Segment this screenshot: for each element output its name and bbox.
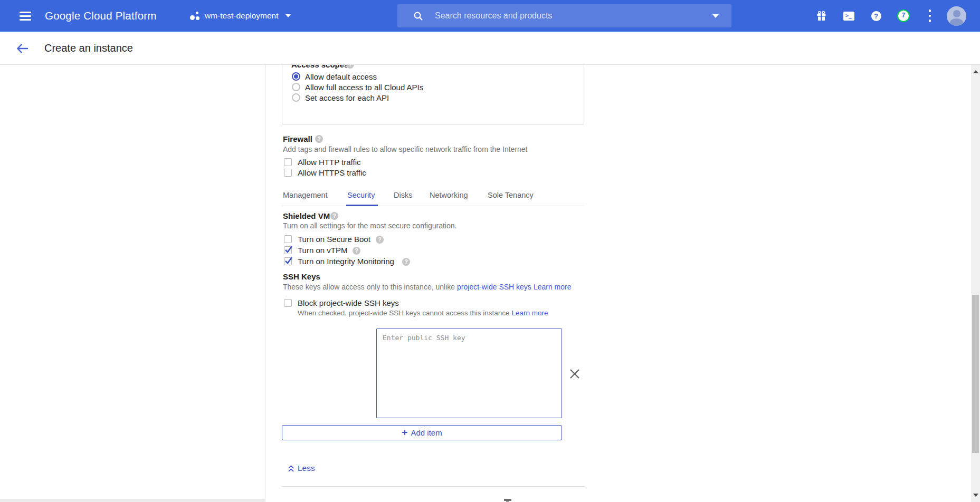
project-wide-ssh-keys-link[interactable]: project-wide SSH keys	[457, 283, 531, 291]
notifications-button[interactable]: 7	[895, 0, 912, 32]
less-label: Less	[298, 464, 315, 473]
search-input[interactable]	[435, 11, 712, 21]
block-ssh-note: When checked, project-wide SSH keys cann…	[298, 309, 548, 317]
checkmark-icon	[284, 256, 293, 265]
firewall-help-icon[interactable]	[315, 135, 323, 143]
checkbox-block-project-wide-ssh[interactable]	[284, 299, 292, 307]
active-tab-underline	[346, 205, 378, 206]
tab-security[interactable]: Security	[347, 191, 375, 199]
project-selector[interactable]: wm-test-deployment	[190, 7, 291, 24]
checkbox-integrity-monitoring[interactable]	[284, 257, 292, 265]
shielded-vm-description: Turn on all settings for the most secure…	[283, 221, 456, 230]
remove-ssh-key-button[interactable]	[568, 368, 581, 380]
block-ssh-learn-more-link[interactable]: Learn more	[511, 309, 548, 317]
tab-management[interactable]: Management	[283, 191, 328, 199]
add-item-label: Add item	[411, 428, 442, 437]
integrity-monitoring-help-icon[interactable]	[402, 258, 410, 266]
add-item-button[interactable]: Add item	[282, 425, 562, 440]
ssh-keys-description: These keys allow access only to this ins…	[283, 283, 571, 291]
cloud-shell-icon	[843, 12, 854, 21]
tab-disks[interactable]: Disks	[394, 191, 412, 199]
search-icon	[413, 11, 423, 21]
free-trial-gift-button[interactable]	[813, 0, 829, 32]
global-search[interactable]	[397, 4, 731, 27]
page-header: Create an instance	[0, 32, 980, 65]
tab-sole-tenancy[interactable]: Sole Tenancy	[488, 191, 534, 199]
checkbox-label-block-project-wide-ssh[interactable]: Block project-wide SSH keys	[298, 298, 399, 307]
plus-icon	[402, 427, 407, 437]
checkbox-secure-boot[interactable]	[284, 235, 292, 243]
radio-label-allow-full-access[interactable]: Allow full access to all Cloud APIs	[305, 83, 423, 92]
notification-badge: 7	[897, 9, 910, 22]
checkbox-label-secure-boot[interactable]: Turn on Secure Boot	[298, 235, 370, 244]
checkbox-allow-https[interactable]	[284, 169, 292, 177]
app-bar: Google Cloud Platform wm-test-deployment	[0, 0, 980, 32]
tab-networking[interactable]: Networking	[430, 191, 468, 199]
chevron-down-icon	[286, 14, 291, 17]
project-selector-dots-icon	[190, 11, 200, 21]
clipped-content-below-fold	[504, 499, 511, 501]
checkbox-allow-http[interactable]	[284, 158, 292, 166]
public-ssh-key-input[interactable]	[376, 329, 562, 418]
page-title: Create an instance	[44, 42, 133, 54]
help-icon	[871, 11, 881, 21]
checkbox-label-allow-http[interactable]: Allow HTTP traffic	[298, 158, 360, 167]
radio-label-allow-default-access[interactable]: Allow default access	[305, 72, 377, 81]
brand-logo[interactable]: Google Cloud Platform	[45, 0, 157, 32]
ssh-description-text: These keys allow access only to this ins…	[283, 283, 455, 291]
avatar-person-icon	[953, 10, 960, 17]
shielded-vm-help-icon[interactable]	[330, 212, 338, 220]
more-options-button[interactable]	[924, 0, 936, 32]
chevron-double-up-icon	[288, 465, 294, 472]
back-arrow-icon	[15, 41, 30, 56]
checkbox-vtpm[interactable]	[284, 246, 292, 254]
scroll-up-arrow[interactable]	[973, 70, 978, 73]
create-instance-form: Access scopes Allow default access Allow…	[0, 0, 971, 502]
radio-allow-full-access[interactable]	[292, 83, 300, 91]
scroll-down-arrow[interactable]	[973, 494, 978, 497]
back-button[interactable]	[15, 41, 30, 56]
secure-boot-help-icon[interactable]	[376, 236, 384, 244]
less-toggle[interactable]: Less	[288, 464, 315, 473]
hamburger-menu-icon[interactable]	[20, 12, 32, 21]
gcp-console-screen: Access scopes Allow default access Allow…	[0, 0, 980, 502]
project-name: wm-test-deployment	[205, 11, 279, 21]
cloud-shell-button[interactable]	[841, 0, 857, 32]
ssh-learn-more-link[interactable]: Learn more	[534, 283, 572, 291]
shielded-vm-label: Shielded VM	[283, 211, 330, 220]
search-dropdown-caret-icon[interactable]	[712, 14, 719, 18]
checkbox-label-integrity-monitoring[interactable]: Turn on Integrity Monitoring	[298, 257, 394, 266]
avatar[interactable]	[947, 6, 966, 26]
gift-icon	[816, 11, 826, 21]
vtpm-help-icon[interactable]	[353, 247, 360, 255]
tabs-divider	[282, 206, 584, 206]
radio-allow-default-access[interactable]	[292, 72, 300, 81]
firewall-description: Add tags and firewall rules to allow spe…	[283, 145, 528, 153]
radio-label-set-access-each-api[interactable]: Set access for each API	[305, 93, 389, 102]
section-divider	[282, 486, 584, 487]
close-icon	[568, 368, 581, 380]
checkbox-label-vtpm[interactable]: Turn on vTPM	[298, 246, 347, 255]
radio-set-access-each-api[interactable]	[292, 93, 300, 102]
help-button[interactable]	[868, 0, 884, 32]
checkbox-label-allow-https[interactable]: Allow HTTPS traffic	[298, 168, 366, 177]
checkmark-icon	[284, 245, 293, 254]
block-ssh-note-text: When checked, project-wide SSH keys cann…	[298, 309, 509, 317]
vertical-scrollbar[interactable]	[971, 65, 980, 502]
ssh-keys-label: SSH Keys	[283, 272, 320, 281]
scrollbar-thumb[interactable]	[972, 295, 979, 453]
firewall-label: Firewall	[283, 134, 312, 143]
